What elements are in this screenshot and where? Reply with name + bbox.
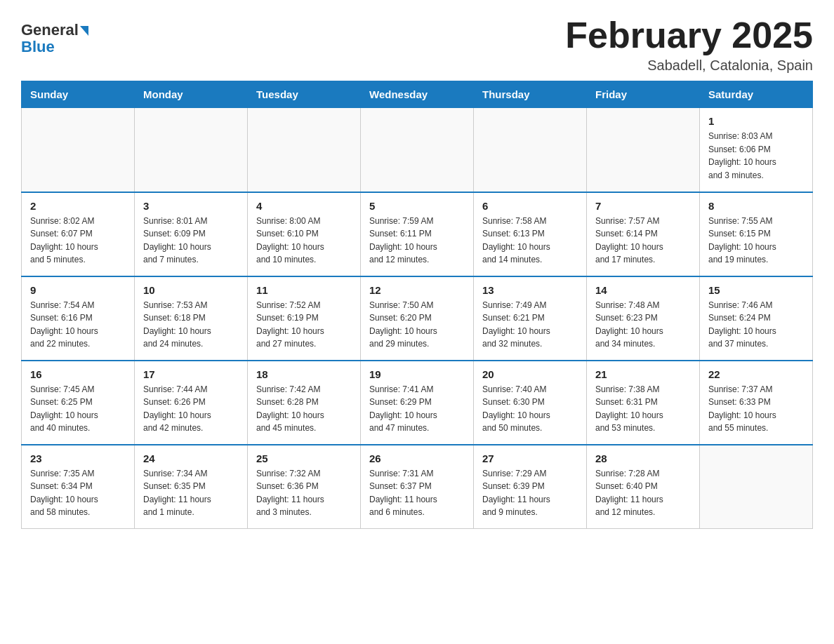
weekday-header-thursday: Thursday [474, 81, 587, 108]
calendar-cell: 12Sunrise: 7:50 AM Sunset: 6:20 PM Dayli… [361, 276, 474, 361]
calendar-cell: 22Sunrise: 7:37 AM Sunset: 6:33 PM Dayli… [700, 361, 813, 445]
calendar-week-row: 9Sunrise: 7:54 AM Sunset: 6:16 PM Daylig… [22, 276, 813, 361]
calendar-cell: 11Sunrise: 7:52 AM Sunset: 6:19 PM Dayli… [248, 276, 361, 361]
title-section: February 2025 Sabadell, Catalonia, Spain [565, 14, 813, 74]
day-info: Sunrise: 7:44 AM Sunset: 6:26 PM Dayligh… [143, 383, 239, 435]
calendar-week-row: 2Sunrise: 8:02 AM Sunset: 6:07 PM Daylig… [22, 192, 813, 276]
day-info: Sunrise: 7:46 AM Sunset: 6:24 PM Dayligh… [708, 299, 804, 351]
calendar-cell [700, 445, 813, 529]
calendar-cell: 25Sunrise: 7:32 AM Sunset: 6:36 PM Dayli… [248, 445, 361, 529]
day-info: Sunrise: 7:57 AM Sunset: 6:14 PM Dayligh… [595, 215, 691, 267]
calendar-cell [135, 108, 248, 192]
calendar-header: SundayMondayTuesdayWednesdayThursdayFrid… [22, 81, 813, 108]
calendar-cell: 26Sunrise: 7:31 AM Sunset: 6:37 PM Dayli… [361, 445, 474, 529]
day-info: Sunrise: 8:02 AM Sunset: 6:07 PM Dayligh… [30, 215, 126, 267]
day-info: Sunrise: 8:03 AM Sunset: 6:06 PM Dayligh… [708, 130, 804, 182]
day-number: 4 [256, 200, 352, 212]
day-number: 17 [143, 368, 239, 380]
day-info: Sunrise: 7:31 AM Sunset: 6:37 PM Dayligh… [369, 467, 465, 519]
day-info: Sunrise: 7:54 AM Sunset: 6:16 PM Dayligh… [30, 299, 126, 351]
day-info: Sunrise: 7:29 AM Sunset: 6:39 PM Dayligh… [482, 467, 578, 519]
day-number: 6 [482, 200, 578, 212]
calendar-cell: 17Sunrise: 7:44 AM Sunset: 6:26 PM Dayli… [135, 361, 248, 445]
calendar-cell: 1Sunrise: 8:03 AM Sunset: 6:06 PM Daylig… [700, 108, 813, 192]
calendar-week-row: 16Sunrise: 7:45 AM Sunset: 6:25 PM Dayli… [22, 361, 813, 445]
calendar-cell: 7Sunrise: 7:57 AM Sunset: 6:14 PM Daylig… [587, 192, 700, 276]
day-number: 23 [30, 452, 126, 464]
calendar-body: 1Sunrise: 8:03 AM Sunset: 6:06 PM Daylig… [22, 108, 813, 529]
calendar-cell: 20Sunrise: 7:40 AM Sunset: 6:30 PM Dayli… [474, 361, 587, 445]
month-title: February 2025 [565, 14, 813, 56]
weekday-header-saturday: Saturday [700, 81, 813, 108]
day-info: Sunrise: 7:32 AM Sunset: 6:36 PM Dayligh… [256, 467, 352, 519]
day-number: 11 [256, 284, 352, 296]
day-number: 12 [369, 284, 465, 296]
location-subtitle: Sabadell, Catalonia, Spain [565, 58, 813, 74]
day-info: Sunrise: 7:45 AM Sunset: 6:25 PM Dayligh… [30, 383, 126, 435]
day-info: Sunrise: 7:40 AM Sunset: 6:30 PM Dayligh… [482, 383, 578, 435]
day-number: 13 [482, 284, 578, 296]
day-number: 26 [369, 452, 465, 464]
day-info: Sunrise: 7:37 AM Sunset: 6:33 PM Dayligh… [708, 383, 804, 435]
calendar-cell: 2Sunrise: 8:02 AM Sunset: 6:07 PM Daylig… [22, 192, 135, 276]
weekday-header-row: SundayMondayTuesdayWednesdayThursdayFrid… [22, 81, 813, 108]
day-number: 7 [595, 200, 691, 212]
logo-arrow-icon [80, 26, 88, 36]
day-number: 9 [30, 284, 126, 296]
day-info: Sunrise: 7:34 AM Sunset: 6:35 PM Dayligh… [143, 467, 239, 519]
day-number: 15 [708, 284, 804, 296]
day-info: Sunrise: 7:41 AM Sunset: 6:29 PM Dayligh… [369, 383, 465, 435]
calendar-cell: 8Sunrise: 7:55 AM Sunset: 6:15 PM Daylig… [700, 192, 813, 276]
calendar-cell: 14Sunrise: 7:48 AM Sunset: 6:23 PM Dayli… [587, 276, 700, 361]
day-number: 20 [482, 368, 578, 380]
weekday-header-monday: Monday [135, 81, 248, 108]
day-info: Sunrise: 7:59 AM Sunset: 6:11 PM Dayligh… [369, 215, 465, 267]
day-number: 3 [143, 200, 239, 212]
calendar-cell: 19Sunrise: 7:41 AM Sunset: 6:29 PM Dayli… [361, 361, 474, 445]
day-number: 21 [595, 368, 691, 380]
day-info: Sunrise: 7:53 AM Sunset: 6:18 PM Dayligh… [143, 299, 239, 351]
day-info: Sunrise: 7:35 AM Sunset: 6:34 PM Dayligh… [30, 467, 126, 519]
calendar-cell: 24Sunrise: 7:34 AM Sunset: 6:35 PM Dayli… [135, 445, 248, 529]
day-number: 22 [708, 368, 804, 380]
calendar-cell: 13Sunrise: 7:49 AM Sunset: 6:21 PM Dayli… [474, 276, 587, 361]
calendar-cell: 5Sunrise: 7:59 AM Sunset: 6:11 PM Daylig… [361, 192, 474, 276]
calendar-cell: 18Sunrise: 7:42 AM Sunset: 6:28 PM Dayli… [248, 361, 361, 445]
calendar-cell [22, 108, 135, 192]
calendar-table: SundayMondayTuesdayWednesdayThursdayFrid… [21, 81, 813, 529]
day-number: 25 [256, 452, 352, 464]
logo-general: General [21, 21, 79, 39]
day-number: 14 [595, 284, 691, 296]
day-info: Sunrise: 8:00 AM Sunset: 6:10 PM Dayligh… [256, 215, 352, 267]
calendar-cell: 23Sunrise: 7:35 AM Sunset: 6:34 PM Dayli… [22, 445, 135, 529]
day-number: 5 [369, 200, 465, 212]
day-number: 8 [708, 200, 804, 212]
calendar-week-row: 23Sunrise: 7:35 AM Sunset: 6:34 PM Dayli… [22, 445, 813, 529]
day-info: Sunrise: 7:55 AM Sunset: 6:15 PM Dayligh… [708, 215, 804, 267]
calendar-cell: 4Sunrise: 8:00 AM Sunset: 6:10 PM Daylig… [248, 192, 361, 276]
calendar-cell: 28Sunrise: 7:28 AM Sunset: 6:40 PM Dayli… [587, 445, 700, 529]
day-info: Sunrise: 7:42 AM Sunset: 6:28 PM Dayligh… [256, 383, 352, 435]
calendar-week-row: 1Sunrise: 8:03 AM Sunset: 6:06 PM Daylig… [22, 108, 813, 192]
weekday-header-friday: Friday [587, 81, 700, 108]
calendar-cell [587, 108, 700, 192]
day-info: Sunrise: 7:38 AM Sunset: 6:31 PM Dayligh… [595, 383, 691, 435]
day-number: 1 [708, 115, 804, 127]
day-number: 2 [30, 200, 126, 212]
weekday-header-sunday: Sunday [22, 81, 135, 108]
day-number: 19 [369, 368, 465, 380]
calendar-cell: 6Sunrise: 7:58 AM Sunset: 6:13 PM Daylig… [474, 192, 587, 276]
calendar-cell: 27Sunrise: 7:29 AM Sunset: 6:39 PM Dayli… [474, 445, 587, 529]
day-number: 24 [143, 452, 239, 464]
calendar-cell: 10Sunrise: 7:53 AM Sunset: 6:18 PM Dayli… [135, 276, 248, 361]
logo: General Blue [21, 21, 88, 56]
calendar-cell: 16Sunrise: 7:45 AM Sunset: 6:25 PM Dayli… [22, 361, 135, 445]
logo-general-text: General [21, 21, 88, 39]
weekday-header-tuesday: Tuesday [248, 81, 361, 108]
calendar-cell: 15Sunrise: 7:46 AM Sunset: 6:24 PM Dayli… [700, 276, 813, 361]
day-number: 10 [143, 284, 239, 296]
page-header: General Blue February 2025 Sabadell, Cat… [21, 14, 813, 74]
day-info: Sunrise: 8:01 AM Sunset: 6:09 PM Dayligh… [143, 215, 239, 267]
day-info: Sunrise: 7:58 AM Sunset: 6:13 PM Dayligh… [482, 215, 578, 267]
day-number: 28 [595, 452, 691, 464]
